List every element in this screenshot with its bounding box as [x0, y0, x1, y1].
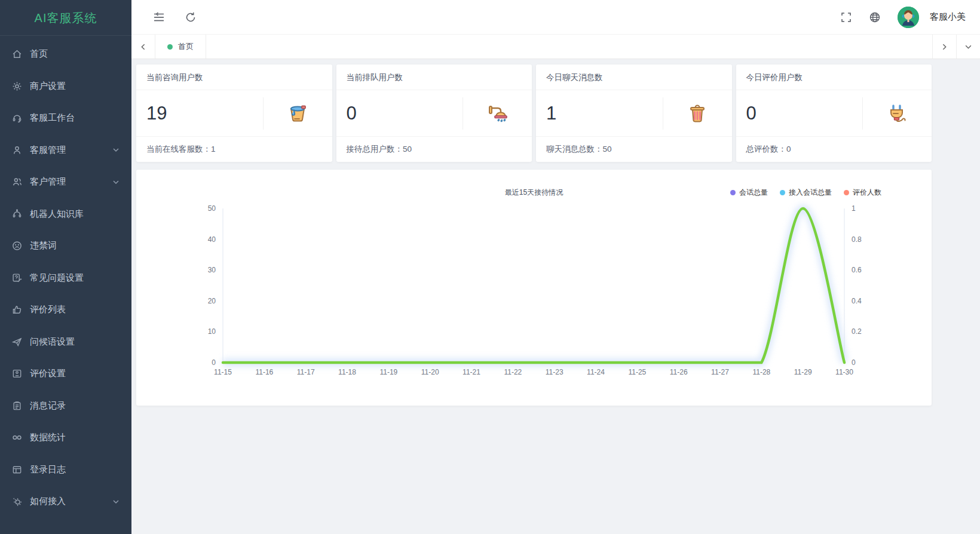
sidebar-item-label: 问候语设置	[30, 336, 75, 348]
stamp-icon	[12, 369, 22, 379]
line-chart: 0102030405000.20.40.60.8111-1511-1611-17…	[136, 170, 932, 406]
home-icon	[12, 49, 22, 59]
stat-card-value: 19	[136, 103, 263, 124]
sidebar-item-review-settings[interactable]: 评价设置	[0, 358, 131, 390]
window-icon	[12, 465, 22, 475]
sidebar-item-faq-settings[interactable]: 常见问题设置	[0, 262, 131, 294]
trash-icon	[663, 97, 732, 130]
active-tab-dot	[167, 44, 173, 50]
stat-card-title: 当前排队用户数	[336, 65, 532, 90]
svg-text:11-29: 11-29	[794, 368, 812, 376]
sidebar-item-login-log[interactable]: 登录日志	[0, 454, 131, 486]
svg-text:11-22: 11-22	[504, 368, 522, 376]
thumbs-up-icon	[12, 305, 22, 315]
sidebar: AI客服系统 首页 商户设置 客服工作台 客服管理 客户管理	[0, 0, 131, 534]
user-icon	[12, 145, 22, 155]
stat-card-consulting-users: 当前咨询用户数 19 当前在线客服数：1	[136, 65, 332, 162]
svg-text:20: 20	[208, 297, 216, 305]
stat-card-value: 0	[336, 103, 463, 124]
stat-card-footer: 接待总用户数：50	[336, 136, 532, 162]
stat-card-footer: 当前在线客服数：1	[136, 136, 332, 162]
chevron-down-icon	[112, 179, 120, 186]
svg-text:11-15: 11-15	[214, 368, 232, 376]
infinity-icon	[12, 432, 22, 443]
sidebar-item-label: 如何接入	[30, 496, 66, 507]
refresh-icon[interactable]	[185, 11, 197, 23]
collapse-sidebar-icon[interactable]	[153, 11, 165, 23]
stat-card-today-reviews: 今日评价用户数 0 总评价数：0	[736, 65, 932, 162]
fullscreen-icon[interactable]	[840, 11, 852, 23]
tab-home[interactable]: 首页	[155, 35, 206, 59]
stat-cards-row: 当前咨询用户数 19 当前在线客服数：1 当前排队用户数 0	[136, 65, 932, 162]
sidebar-item-agent-management[interactable]: 客服管理	[0, 134, 131, 167]
svg-text:11-16: 11-16	[255, 368, 273, 376]
sidebar-item-greeting-settings[interactable]: 问候语设置	[0, 326, 131, 358]
svg-text:50: 50	[208, 204, 216, 213]
svg-text:11-24: 11-24	[587, 368, 605, 376]
tabs-scroll-left-button[interactable]	[131, 35, 155, 59]
svg-text:30: 30	[208, 266, 216, 274]
tabbar-spacer	[206, 35, 932, 59]
svg-text:0.6: 0.6	[852, 266, 862, 274]
username[interactable]: 客服小美	[930, 11, 966, 23]
app-title: AI客服系统	[0, 0, 131, 36]
svg-text:10: 10	[208, 327, 216, 336]
chevron-down-icon	[112, 146, 120, 154]
stat-card-value: 1	[536, 103, 663, 124]
svg-text:0: 0	[212, 358, 216, 367]
topbar-right: 客服小美	[840, 7, 966, 28]
sidebar-item-review-list[interactable]: 评价列表	[0, 294, 131, 326]
gear-icon	[12, 81, 22, 91]
stat-card-title: 今日聊天消息数	[536, 65, 732, 90]
sidebar-item-label: 常见问题设置	[30, 272, 84, 284]
send-icon	[12, 337, 22, 347]
app-layout: AI客服系统 首页 商户设置 客服工作台 客服管理 客户管理	[0, 0, 980, 534]
sidebar-item-customer-management[interactable]: 客户管理	[0, 166, 131, 198]
content: 当前咨询用户数 19 当前在线客服数：1 当前排队用户数 0	[131, 59, 980, 534]
chevron-down-icon	[112, 498, 120, 505]
tab-label: 首页	[178, 41, 194, 52]
sidebar-item-message-log[interactable]: 消息记录	[0, 390, 131, 422]
svg-text:11-20: 11-20	[421, 368, 439, 376]
tabbar: 首页	[131, 34, 980, 59]
sidebar-item-label: 首页	[30, 48, 48, 60]
sidebar-item-label: 评价设置	[30, 368, 66, 379]
paint-bucket-icon	[263, 97, 332, 130]
stat-card-body: 0	[336, 90, 532, 136]
stat-card-footer: 聊天消息总数：50	[536, 136, 732, 162]
language-globe-icon[interactable]	[869, 11, 881, 23]
plug-icon	[862, 97, 932, 130]
sidebar-item-label: 消息记录	[30, 400, 66, 412]
main-area: 客服小美 首页 当前咨询用户数 19	[131, 0, 980, 534]
sidebar-item-merchant-settings[interactable]: 商户设置	[0, 70, 131, 103]
stat-card-title: 当前咨询用户数	[136, 65, 332, 90]
sidebar-item-label: 客户管理	[30, 176, 66, 188]
svg-text:11-26: 11-26	[670, 368, 688, 376]
integration-icon	[12, 496, 22, 507]
sidebar-item-banned-words[interactable]: 违禁词	[0, 230, 131, 262]
svg-text:11-27: 11-27	[711, 368, 729, 376]
svg-text:11-17: 11-17	[297, 368, 315, 376]
stat-card-body: 1	[536, 90, 732, 136]
sidebar-item-home[interactable]: 首页	[0, 38, 131, 70]
svg-text:11-25: 11-25	[628, 368, 646, 376]
svg-text:0.8: 0.8	[852, 235, 862, 244]
chart-panel: 最近15天接待情况 会话总量 接入会话总量 评价人数 010203	[136, 170, 932, 406]
sidebar-item-label: 客服工作台	[30, 112, 75, 124]
sidebar-item-agent-workbench[interactable]: 客服工作台	[0, 102, 131, 134]
tabs-menu-button[interactable]	[956, 35, 980, 59]
headset-icon	[12, 113, 22, 123]
stat-card-title: 今日评价用户数	[736, 65, 932, 90]
sidebar-item-robot-knowledge[interactable]: 机器人知识库	[0, 198, 131, 231]
clipboard-icon	[12, 401, 22, 411]
stat-card-body: 0	[736, 90, 932, 136]
stat-card-today-messages: 今日聊天消息数 1 聊天消息总数：50	[536, 65, 732, 162]
tabs-scroll-right-button[interactable]	[932, 35, 956, 59]
sidebar-item-statistics[interactable]: 数据统计	[0, 422, 131, 454]
svg-text:11-28: 11-28	[752, 368, 770, 376]
faq-icon	[12, 273, 22, 283]
avatar[interactable]	[898, 7, 919, 28]
sidebar-item-label: 商户设置	[30, 81, 66, 92]
sidebar-item-how-to-integrate[interactable]: 如何接入	[0, 486, 131, 518]
sidebar-item-label: 数据统计	[30, 432, 66, 443]
